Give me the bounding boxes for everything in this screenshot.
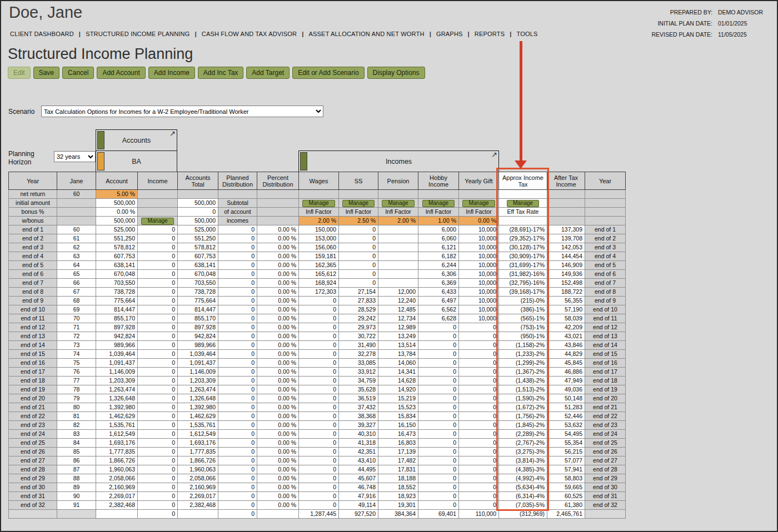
row-year-label: end of 4 [9, 252, 57, 261]
save-button[interactable]: Save [33, 67, 59, 79]
nav-separator: | [468, 31, 470, 37]
row-year-label: end of 14 [585, 341, 626, 350]
cell: 0 [138, 492, 178, 501]
scenario-select[interactable]: Tax Calculation Options for Incomes for … [41, 106, 323, 117]
setup-row-bonus: bonus % 0.00 % 0 of account Infl Factor … [9, 208, 626, 217]
add-income-button[interactable]: Add Income [148, 67, 195, 79]
edit-button[interactable]: Edit [8, 67, 31, 79]
nav-item-graphs[interactable]: GRAPHS [435, 31, 464, 37]
table-row: end of 17761,146,00901,146,00900.00 %033… [9, 368, 626, 377]
cell: 0 [418, 412, 459, 421]
cell: 87 [57, 465, 96, 474]
cell: 137,309 [547, 225, 585, 234]
row-year-label: end of 24 [9, 430, 57, 439]
nav-item-cash-flow-and-tax-advisor[interactable]: CASH FLOW AND TAX ADVISOR [201, 31, 298, 37]
table-row: end of 22811,462,62901,462,62900.00 %038… [9, 412, 626, 421]
cell: 0 [138, 332, 178, 341]
nav-item-reports[interactable]: REPORTS [473, 31, 506, 37]
manage-income-tax-button[interactable]: Manage [507, 200, 539, 207]
nav-item-tools[interactable]: TOOLS [516, 31, 539, 37]
expand-icon[interactable]: ↗ [491, 151, 497, 159]
edit-or-add-scenario-button[interactable]: Edit or Add Scenario [292, 67, 364, 79]
manage-income-button[interactable]: Manage [141, 218, 173, 225]
cell: 0 [218, 377, 257, 385]
row-year-label: end of 23 [585, 421, 626, 430]
infl-factor-label: Infl Factor [418, 208, 459, 217]
row-year-label: end of 11 [585, 314, 626, 323]
client-name: Doe, Jane [9, 3, 82, 22]
cell: 607,753 [178, 252, 218, 261]
cell [57, 199, 96, 208]
cell: 0 [138, 394, 178, 403]
cell: 10,000 [459, 279, 499, 288]
cell: 0 [218, 403, 257, 412]
cell: 0 [218, 288, 257, 297]
cell: 0 [339, 252, 378, 261]
nav-item-client-dashboard[interactable]: CLIENT DASHBOARD [9, 31, 75, 37]
cell: 0 [218, 350, 257, 359]
cell: (753)-1% [499, 323, 547, 332]
cell: 33,085 [339, 359, 378, 368]
row-label: w/bonus [9, 217, 57, 225]
add-account-button[interactable]: Add Account [97, 67, 145, 79]
cell: 0 [299, 368, 339, 377]
cell: 58,039 [547, 314, 585, 323]
cell: 1,535,761 [178, 421, 218, 430]
cell: 0 [418, 341, 459, 350]
cell: 14,341 [378, 368, 418, 377]
cell: (1,158)-2% [499, 341, 547, 350]
row-year-label: end of 23 [9, 421, 57, 430]
cell: 15,523 [378, 403, 418, 412]
net-return-rate-cell: 5.00 % [96, 190, 138, 199]
cell: (2,767)-2% [499, 439, 547, 448]
cell: 0 [459, 385, 499, 394]
cell [57, 217, 96, 225]
manage-ss-button[interactable]: Manage [342, 200, 375, 207]
manage-hobby-income-button[interactable]: Manage [422, 200, 455, 207]
manage-wages-button[interactable]: Manage [302, 200, 335, 207]
cell: 42,351 [339, 448, 378, 456]
planning-horizon-select[interactable]: 32 years [54, 151, 96, 162]
cell: 0 [299, 465, 339, 474]
cell: 0 [138, 252, 178, 261]
cell: 0 [299, 394, 339, 403]
initial-plan-date-value: 01/01/2025 [718, 20, 769, 27]
cell: 55,354 [547, 439, 585, 448]
cell: 0 [299, 385, 339, 394]
cell: 6,000 [418, 225, 459, 234]
row-year-label: end of 19 [9, 385, 57, 394]
nav-item-structured-income-planning[interactable]: STRUCTURED INCOME PLANNING [84, 31, 191, 37]
cell: 0.00 % [257, 474, 299, 483]
row-year-label: end of 28 [9, 465, 57, 474]
cell: 738,728 [96, 288, 138, 297]
cell: 0 [138, 448, 178, 456]
expand-icon[interactable]: ↗ [169, 130, 176, 138]
add-inc-tax-button[interactable]: Add Inc Tax [198, 67, 243, 79]
cell: 0.00 % [257, 421, 299, 430]
manage-pension-button[interactable]: Manage [382, 200, 414, 207]
manage-yearly-gift-button[interactable]: Manage [462, 200, 495, 207]
cell: (29,352)-17% [499, 234, 547, 243]
row-year-label: end of 26 [585, 448, 626, 456]
cell: 1,693,176 [96, 439, 138, 448]
cell: 0 [218, 305, 257, 314]
cell: 85 [57, 448, 96, 456]
display-options-button[interactable]: Display Options [367, 67, 425, 79]
cancel-button[interactable]: Cancel [62, 67, 94, 79]
row-year-label: end of 25 [585, 439, 626, 448]
cell: 1,960,063 [96, 465, 138, 474]
nav-item-asset-allocation-and-net-worth[interactable]: ASSET ALLOCATION AND NET WORTH [308, 31, 426, 37]
cell: 0 [138, 225, 178, 234]
nav-separator: | [430, 31, 431, 37]
cell: 1,612,549 [96, 430, 138, 439]
cell: 144,454 [547, 252, 585, 261]
row-year-label: end of 13 [9, 332, 57, 341]
cell [378, 190, 418, 199]
cell: 0 [418, 332, 459, 341]
cell: (31,982)-16% [499, 270, 547, 279]
add-target-button[interactable]: Add Target [246, 67, 290, 79]
cell: 0 [459, 341, 499, 350]
accounts-title: Accounts [96, 137, 177, 144]
cell: 19,301 [378, 501, 418, 510]
column-header: Planned Distribution [218, 172, 257, 190]
